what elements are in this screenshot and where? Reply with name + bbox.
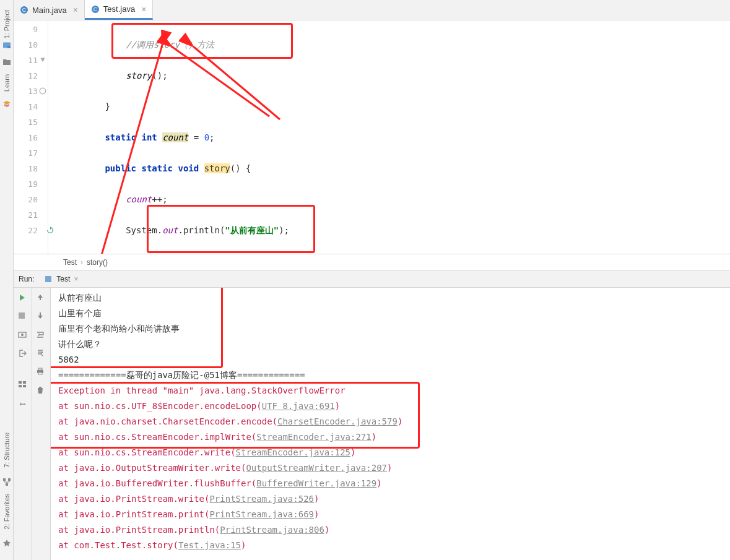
- svg-rect-20: [23, 385, 26, 387]
- console-output[interactable]: 从前有座山 山里有个庙 庙里有个老和尚给小和尚讲故事 讲什么呢？ 5862 ==…: [51, 288, 730, 560]
- code-field: out: [162, 225, 178, 235]
- run-body: 从前有座山 山里有个庙 庙里有个老和尚给小和尚讲故事 讲什么呢？ 5862 ==…: [14, 288, 730, 560]
- sidebar-label-favorites: 2: Favorites: [3, 494, 11, 529]
- stack-link[interactable]: Test.java:15: [178, 540, 241, 550]
- pin-icon[interactable]: [17, 398, 28, 409]
- line-number: 16: [14, 130, 38, 145]
- code-token: ;: [209, 132, 214, 142]
- stack-suffix: ): [241, 540, 246, 550]
- svg-rect-21: [40, 297, 41, 300]
- line-number: 9: [14, 22, 38, 37]
- tab-label: Test.java: [103, 4, 135, 14]
- learn-icon[interactable]: [2, 100, 12, 110]
- code-keyword: static: [141, 163, 173, 173]
- stack-frame: at java.nio.charset.CharsetEncoder.encod…: [58, 416, 277, 426]
- stack-link[interactable]: PrintStream.java:526: [209, 494, 314, 504]
- stack-link[interactable]: StreamEncoder.java:271: [256, 432, 371, 442]
- java-class-icon: C: [91, 5, 100, 14]
- line-number: 19: [14, 176, 38, 192]
- tab-test-java[interactable]: C Test.java ×: [85, 0, 154, 20]
- project-icon: [2, 41, 11, 50]
- up-icon[interactable]: [36, 293, 47, 304]
- svg-rect-3: [8, 478, 11, 481]
- collapse-icon[interactable]: [39, 56, 46, 64]
- svg-rect-25: [38, 373, 42, 374]
- stack-link[interactable]: PrintStream.java:806: [220, 525, 324, 535]
- close-icon[interactable]: ×: [74, 275, 78, 283]
- svg-text:C: C: [22, 7, 27, 13]
- svg-point-16: [21, 334, 24, 336]
- stack-frame: at java.io.PrintStream.println(: [58, 525, 220, 535]
- main-area: C Main.java × C Test.java × 9 10 11 12 1…: [14, 0, 730, 560]
- stack-link[interactable]: PrintStream.java:669: [209, 509, 314, 519]
- code-keyword: static: [105, 132, 136, 142]
- method-marker-icon[interactable]: [39, 87, 46, 95]
- sidebar-tab-structure[interactable]: 7: Structure: [3, 430, 11, 470]
- stack-frame: at java.io.PrintStream.print(: [58, 509, 209, 519]
- stack-suffix: ): [398, 416, 402, 426]
- close-icon[interactable]: ×: [141, 4, 146, 14]
- scroll-end-icon[interactable]: [36, 348, 47, 360]
- close-icon[interactable]: ×: [73, 5, 78, 15]
- stack-suffix: ): [387, 463, 392, 473]
- stop-icon[interactable]: [17, 311, 28, 322]
- run-tab-label: Test: [56, 275, 70, 283]
- sidebar-tab-favorites[interactable]: 2: Favorites: [3, 491, 11, 532]
- print-icon[interactable]: [36, 367, 47, 378]
- sidebar-tab-project[interactable]: 1: Project: [2, 7, 11, 52]
- java-class-icon: C: [20, 6, 28, 14]
- chevron-right-icon: ›: [80, 258, 83, 267]
- svg-rect-4: [6, 483, 8, 486]
- svg-rect-17: [19, 381, 22, 384]
- code-method-name: story: [204, 163, 230, 173]
- breadcrumb-item[interactable]: story(): [87, 258, 108, 267]
- stack-suffix: ): [314, 509, 319, 519]
- svg-rect-19: [19, 385, 22, 387]
- rerun-icon[interactable]: [17, 293, 28, 304]
- sidebar-tab-learn[interactable]: Learn: [3, 72, 11, 94]
- stack-suffix: ): [314, 494, 319, 504]
- stack-link[interactable]: StreamEncoder.java:125: [236, 447, 350, 457]
- console-error: Exception in thread "main" java.lang.Sta…: [58, 386, 345, 395]
- svg-rect-22: [40, 312, 41, 316]
- trash-icon[interactable]: [36, 386, 47, 397]
- code-field: count: [126, 194, 152, 204]
- console-line: 5862: [58, 352, 723, 368]
- stack-link[interactable]: OutputStreamWriter.java:207: [246, 463, 387, 473]
- dump-icon[interactable]: [17, 330, 28, 341]
- soft-wrap-icon[interactable]: [36, 330, 47, 341]
- exit-icon[interactable]: [17, 348, 28, 360]
- run-tab[interactable]: Test ×: [39, 275, 83, 283]
- code-editor[interactable]: 9 10 11 12 13 14 15 16 17 18 19 20 21 22…: [14, 20, 730, 254]
- code-content[interactable]: //调用story（）方法 story(); } static int coun…: [48, 20, 730, 254]
- line-number: 12: [14, 68, 38, 84]
- svg-text:C: C: [93, 6, 98, 12]
- code-number: 0: [204, 132, 209, 142]
- layout-icon[interactable]: [17, 379, 28, 390]
- code-keyword: int: [141, 132, 157, 142]
- svg-rect-18: [23, 381, 26, 384]
- line-number: 14: [14, 99, 38, 114]
- star-icon[interactable]: [2, 539, 11, 548]
- stack-frame: at sun.nio.cs.StreamEncoder.write(: [58, 447, 236, 457]
- stack-frame: at com.Test.Test.story(: [58, 540, 178, 550]
- stack-suffix: ): [335, 401, 340, 411]
- stack-link[interactable]: CharsetEncoder.java:579: [277, 416, 398, 426]
- svg-rect-13: [45, 276, 51, 282]
- console-line: 讲什么呢？: [58, 337, 723, 352]
- tab-main-java[interactable]: C Main.java ×: [14, 0, 85, 20]
- stack-link[interactable]: BufferedWriter.java:129: [256, 478, 376, 488]
- stack-suffix: ): [372, 432, 376, 442]
- structure-icon[interactable]: [2, 478, 11, 486]
- code-token: ++;: [152, 194, 167, 204]
- code-ident: count: [162, 132, 188, 142]
- stack-suffix: ): [324, 525, 329, 535]
- breadcrumb-item[interactable]: Test: [63, 258, 77, 267]
- code-keyword: public: [105, 163, 136, 173]
- folder-icon[interactable]: [2, 57, 12, 67]
- stack-link[interactable]: UTF 8.java:691: [262, 401, 335, 411]
- code-comment: //调用story（）方法: [126, 40, 214, 50]
- svg-point-9: [40, 88, 46, 94]
- app-icon: [44, 275, 53, 283]
- down-icon[interactable]: [36, 311, 47, 322]
